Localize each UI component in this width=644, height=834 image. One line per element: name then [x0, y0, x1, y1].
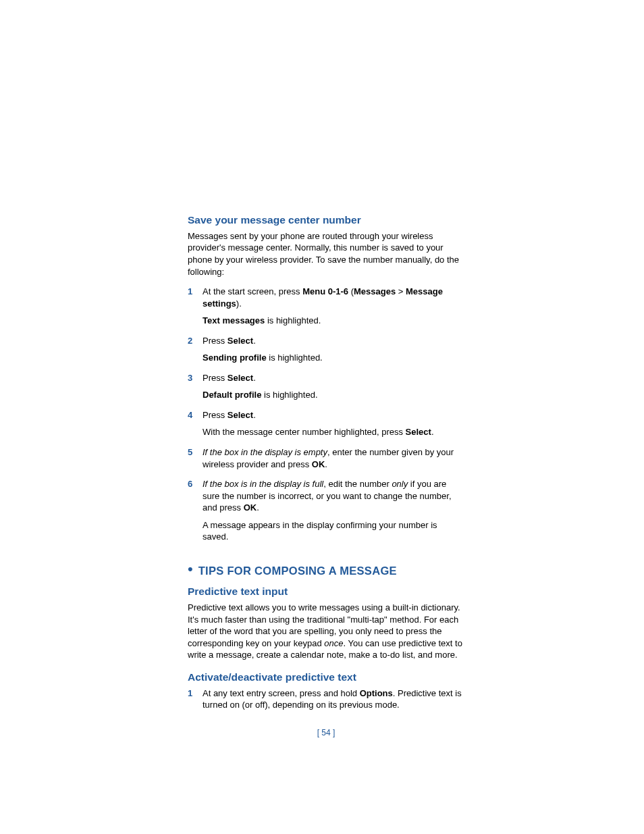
step-number: 2: [188, 335, 203, 368]
bullet-icon: •: [188, 562, 193, 577]
heading-predictive-text: Predictive text input: [188, 585, 464, 599]
heading-activate-deactivate: Activate/deactivate predictive text: [188, 671, 464, 685]
step-number: 5: [188, 446, 203, 474]
step-body: At any text entry screen, press and hold…: [203, 687, 464, 715]
step-number: 4: [188, 409, 203, 442]
step-4: 4 Press Select. With the message center …: [188, 409, 464, 442]
heading-save-message-center: Save your message center number: [188, 213, 464, 228]
step-number: 1: [188, 286, 203, 331]
step-body: If the box in the display is empty, ente…: [203, 446, 464, 474]
heading-tips: TIPS FOR COMPOSING A MESSAGE: [198, 563, 397, 578]
step-1b: 1 At any text entry screen, press and ho…: [188, 687, 464, 715]
step-6: 6 If the box is in the display is full, …: [188, 478, 464, 547]
step-body: At the start screen, press Menu 0-1-6 (M…: [203, 286, 464, 331]
step-5: 5 If the box in the display is empty, en…: [188, 446, 464, 474]
step-1: 1 At the start screen, press Menu 0-1-6 …: [188, 286, 464, 331]
page-number: [ 54 ]: [188, 727, 464, 738]
step-number: 1: [188, 687, 203, 715]
section-heading-row: • TIPS FOR COMPOSING A MESSAGE: [188, 563, 464, 578]
step-body: Press Select. Sending profile is highlig…: [203, 335, 464, 368]
predictive-paragraph: Predictive text allows you to write mess…: [188, 602, 464, 661]
step-body: Press Select. Default profile is highlig…: [203, 372, 464, 405]
step-number: 6: [188, 478, 203, 547]
step-3: 3 Press Select. Default profile is highl…: [188, 372, 464, 405]
step-body: Press Select. With the message center nu…: [203, 409, 464, 442]
page-content: Save your message center number Messages…: [188, 213, 464, 738]
step-2: 2 Press Select. Sending profile is highl…: [188, 335, 464, 368]
step-body: If the box is in the display is full, ed…: [203, 478, 464, 547]
intro-paragraph: Messages sent by your phone are routed t…: [188, 230, 464, 278]
step-number: 3: [188, 372, 203, 405]
